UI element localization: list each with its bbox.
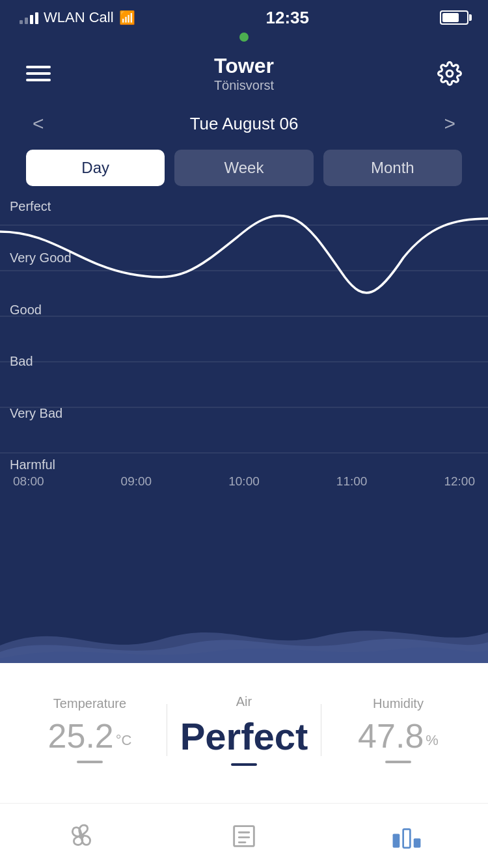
signal-icon: [20, 11, 38, 24]
time-label-1: 09:00: [121, 474, 152, 489]
prev-date-button[interactable]: <: [26, 109, 51, 138]
chart-label-very-bad: Very Bad: [0, 406, 78, 421]
chart-label-good: Good: [0, 303, 78, 318]
chart-label-bad: Bad: [0, 354, 78, 369]
time-label-3: 11:00: [336, 474, 368, 489]
clock: 12:35: [266, 8, 310, 28]
svg-rect-14: [414, 838, 421, 847]
nav-fan[interactable]: [0, 804, 163, 868]
wave-decoration: [0, 606, 488, 665]
humidity-label: Humidity: [321, 696, 475, 711]
tab-week[interactable]: Week: [174, 150, 313, 186]
tab-month[interactable]: Month: [323, 150, 462, 186]
svg-rect-12: [393, 834, 400, 847]
battery-icon: [440, 10, 468, 25]
air-underline: [231, 763, 257, 766]
location-subtitle: Tönisvorst: [214, 78, 274, 93]
tab-day[interactable]: Day: [26, 150, 165, 186]
temperature-stat: Temperature 25.2 °C: [13, 696, 167, 763]
current-date: Tue August 06: [190, 114, 299, 134]
fan-icon: [65, 820, 98, 852]
chart-label-perfect: Perfect: [0, 199, 78, 214]
settings-button[interactable]: [437, 61, 462, 86]
time-label-4: 12:00: [444, 474, 475, 489]
air-stat: Air Perfect: [167, 694, 321, 766]
air-quality-chart: Perfect Very Good Good Bad Very Bad Harm…: [0, 199, 488, 524]
chart-label-harmful: Harmful: [0, 457, 78, 472]
svg-point-7: [79, 834, 83, 838]
temperature-label: Temperature: [13, 696, 167, 711]
date-navigation: < Tue August 06 >: [0, 103, 488, 150]
menu-button[interactable]: [26, 66, 51, 81]
chart-label-very-good: Very Good: [0, 251, 78, 265]
humidity-unit: %: [426, 732, 439, 749]
air-label: Air: [167, 694, 321, 709]
status-right: [440, 10, 468, 25]
status-bar: WLAN Call 📶 12:35: [0, 0, 488, 33]
header-title: Tower Tönisvorst: [214, 54, 274, 93]
humidity-value: 47.8: [358, 716, 424, 755]
next-date-button[interactable]: >: [437, 109, 462, 138]
bottom-navigation: [0, 803, 488, 868]
status-left: WLAN Call 📶: [20, 9, 135, 26]
wifi-icon: 📶: [119, 10, 135, 25]
svg-rect-13: [403, 829, 411, 848]
temperature-value: 25.2: [48, 716, 114, 755]
header: Tower Tönisvorst: [0, 47, 488, 103]
list-icon: [228, 820, 260, 852]
carrier-label: WLAN Call: [44, 9, 114, 26]
nav-chart[interactable]: [325, 804, 488, 868]
location-name: Tower: [214, 54, 274, 78]
air-value: Perfect: [167, 714, 321, 758]
time-period-tabs: Day Week Month: [0, 150, 488, 199]
humidity-stat: Humidity 47.8 %: [321, 696, 475, 763]
temperature-underline: [77, 761, 103, 763]
stats-section: Temperature 25.2 °C Air Perfect Humidity…: [0, 663, 488, 803]
temperature-unit: °C: [116, 732, 132, 749]
svg-point-0: [446, 70, 453, 77]
chart-icon: [390, 820, 423, 852]
online-indicator: [239, 33, 249, 42]
nav-list[interactable]: [163, 804, 325, 868]
time-label-2: 10:00: [228, 474, 260, 489]
humidity-underline: [385, 761, 411, 763]
